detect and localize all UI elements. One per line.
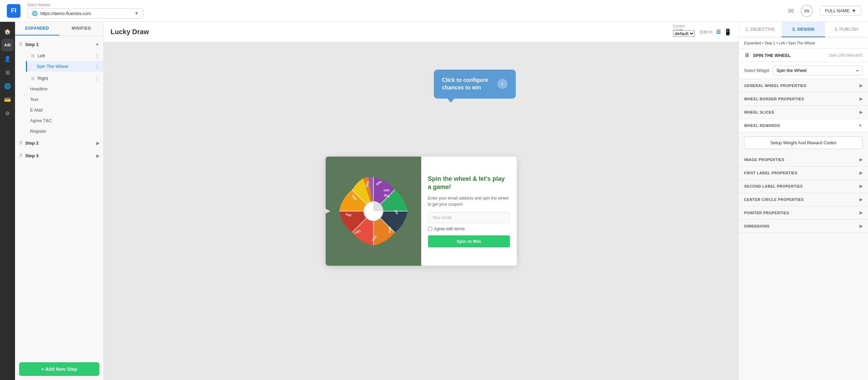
globe-icon: 🌐 xyxy=(32,11,38,16)
spin-to-win-button[interactable]: Spin to Win xyxy=(428,235,510,247)
edit-in: Edit in 🖥 📱 xyxy=(700,28,731,36)
section-image-label: IMAGE PROPERTIES xyxy=(744,158,859,162)
canvas-area: Lucky Draw Current Locale default Edit i… xyxy=(104,22,738,380)
section-dimensions-label: DIMENSIONS xyxy=(744,224,859,228)
section-center-circle-label: CENTER CIRCLE PROPERTIES xyxy=(744,198,859,202)
mail-icon[interactable]: ✉ xyxy=(788,7,794,15)
chevron-right-icon: ▶ xyxy=(859,83,863,88)
section-center-circle[interactable]: CENTER CIRCLE PROPERTIES ▶ xyxy=(739,193,868,206)
sidebar-item-settings[interactable]: ⚙ xyxy=(1,107,14,119)
tab-expanded[interactable]: EXPANDED xyxy=(15,22,59,35)
locale-select[interactable]: default xyxy=(673,30,695,37)
step-1-header[interactable]: ⠿ Step 1 ▼ xyxy=(15,39,103,50)
register-item[interactable]: Register xyxy=(26,126,103,136)
chevron-right-icon: ▶ xyxy=(859,210,863,215)
section-pointer[interactable]: POINTER PROPERTIES ▶ xyxy=(739,206,868,220)
popup-left: 30% 5% 25% 50% GIFT 25% 05% 25% 50% 15% xyxy=(326,157,421,266)
desktop-icon[interactable]: 🖥 xyxy=(715,28,721,35)
wheel-container: 30% 5% 25% 50% GIFT 25% 05% 25% 50% 15% xyxy=(336,174,411,249)
register-label: Register xyxy=(30,129,46,134)
sidebar-item-users[interactable]: 👤 xyxy=(1,53,14,65)
text-item[interactable]: Text xyxy=(26,94,103,105)
agree-checkbox[interactable] xyxy=(428,227,432,231)
website-label: Select Website xyxy=(27,3,143,7)
section-rewards[interactable]: WHEEL REWARDS ▼ xyxy=(739,119,868,132)
more-icon[interactable]: ⋮ xyxy=(95,76,99,81)
agree-item[interactable]: Agree T&C xyxy=(26,115,103,126)
props-tabs: 1. OBJECTIVE 2. DESIGN 3. PUBLISH xyxy=(739,22,868,38)
step-2-header[interactable]: ⠿ Step 2 ▶ xyxy=(15,137,103,149)
chevron-down-icon: ▼ xyxy=(852,8,856,13)
chevron-right-icon: ▶ xyxy=(859,97,863,101)
tooltip-text: Click to configure chances to win xyxy=(442,76,493,92)
drag-handle-icon: ⊞ xyxy=(31,76,35,81)
chevron-right-icon: ▶ xyxy=(859,110,863,115)
right-label: Right xyxy=(38,76,95,81)
step-1-group: ⠿ Step 1 ▼ ⊞ Left ⋮ Spin The Wheel ⋮ xyxy=(15,39,103,136)
svg-text:15%: 15% xyxy=(383,189,389,192)
step-3-header[interactable]: ⠿ Step 3 ▶ xyxy=(15,150,103,162)
step-1-left[interactable]: ⊞ Left ⋮ xyxy=(20,50,103,61)
tab-objective[interactable]: 1. OBJECTIVE xyxy=(739,22,782,37)
breadcrumb-text: Expanded • Step 1 • Left • Spin The Whee… xyxy=(744,41,815,45)
widget-row: 🖥 SPIN THE WHEEL 18de-1260-0bb8-d493 xyxy=(739,49,868,62)
section-image[interactable]: IMAGE PROPERTIES ▶ xyxy=(739,153,868,166)
drag-handle-icon: ⊞ xyxy=(31,53,35,58)
widget-id: 18de-1260-0bb8-d493 xyxy=(829,54,863,57)
step-2-group: ⠿ Step 2 ▶ xyxy=(15,137,103,149)
section-general[interactable]: GENERAL WHEEL PROPERTIES ▶ xyxy=(739,79,868,92)
agree-label: Agree with terms xyxy=(434,226,465,231)
section-second-label[interactable]: SECOND LABEL PROPERTIES ▶ xyxy=(739,180,868,193)
step-1-label: Step 1 xyxy=(25,42,95,47)
section-dimensions[interactable]: DIMENSIONS ▶ xyxy=(739,220,868,233)
wheel-svg: 30% 5% 25% 50% GIFT 25% 05% 25% 50% 15% xyxy=(336,174,411,249)
icon-sidebar: 🏠 A/B 👤 ⊞ 🌐 💳 ⚙ xyxy=(0,22,15,380)
select-widget-select[interactable]: Spin the Wheel xyxy=(773,65,863,75)
setup-rewards-button[interactable]: Setup Weight And Reward Codes xyxy=(744,136,863,149)
sidebar-item-globe[interactable]: 🌐 xyxy=(1,80,14,92)
spin-the-wheel-item[interactable]: Spin The Wheel ⋮ xyxy=(26,61,103,72)
tooltip-bubble[interactable]: Click to configure chances to win › xyxy=(434,70,516,99)
popup-right: Spin the wheel & let's play a game! Ente… xyxy=(421,157,517,266)
chevron-right-icon: ▶ xyxy=(859,184,863,189)
sidebar-item-card[interactable]: 💳 xyxy=(1,93,14,106)
steps-tabs: EXPANDED MINIFIED xyxy=(15,22,103,36)
mobile-icon[interactable]: 📱 xyxy=(724,28,731,36)
section-first-label[interactable]: FIRST LABEL PROPERTIES ▶ xyxy=(739,166,868,180)
chevron-right-icon: ▶ xyxy=(859,197,863,202)
section-border-label: WHEEL BORDER PROPERTIES xyxy=(744,97,859,101)
popup-headline: Spin the wheel & let's play a game! xyxy=(428,175,510,191)
headline-item[interactable]: Headline xyxy=(26,84,103,94)
chevron-down-icon: ▼ xyxy=(95,42,99,47)
tab-publish[interactable]: 3. PUBLISH xyxy=(825,22,868,37)
monitor-icon: 🖥 xyxy=(744,52,750,58)
step-3-group: ⠿ Step 3 ▶ xyxy=(15,150,103,162)
step-3-label: Step 3 xyxy=(25,153,96,158)
add-new-step-button[interactable]: + Add New Step xyxy=(19,362,99,376)
popup-container: 30% 5% 25% 50% GIFT 25% 05% 25% 50% 15% xyxy=(326,157,517,266)
more-icon[interactable]: ⋮ xyxy=(95,53,99,58)
tab-design[interactable]: 2. DESIGN xyxy=(782,22,825,37)
fullname-button[interactable]: FULL NAME ▼ xyxy=(820,6,861,16)
steps-content: ⠿ Step 1 ▼ ⊞ Left ⋮ Spin The Wheel ⋮ xyxy=(15,36,103,358)
sidebar-item-ab[interactable]: A/B xyxy=(1,39,14,51)
more-icon[interactable]: ⋮ xyxy=(95,64,99,69)
section-slices[interactable]: WHEEL SLICES ▶ xyxy=(739,106,868,119)
avatar[interactable]: 1% xyxy=(801,5,813,17)
email-label: E-Mail xyxy=(30,107,43,113)
sidebar-item-home[interactable]: 🏠 xyxy=(1,25,14,38)
select-widget-row: Select Widget Spin the Wheel xyxy=(739,62,868,79)
step-2-label: Step 2 xyxy=(25,141,96,146)
chevron-right-icon: ▶ xyxy=(859,224,863,229)
email-item[interactable]: E-Mail xyxy=(26,105,103,115)
chevron-right-icon: ▶ xyxy=(96,154,99,158)
pointer-arrow xyxy=(326,206,330,216)
website-selector[interactable]: 🌐 https://demo.fluentos.com ▼ xyxy=(27,8,143,18)
drag-handle-icon: ⠿ xyxy=(19,42,23,47)
tab-minified[interactable]: MINIFIED xyxy=(59,22,104,35)
section-border[interactable]: WHEEL BORDER PROPERTIES ▶ xyxy=(739,92,868,106)
chevron-right-icon: ▶ xyxy=(96,141,99,146)
step-1-right[interactable]: ⊞ Right ⋮ xyxy=(20,73,103,84)
topbar: FI Select Website 🌐 https://demo.fluento… xyxy=(0,0,868,22)
sidebar-item-grid[interactable]: ⊞ xyxy=(1,66,14,78)
